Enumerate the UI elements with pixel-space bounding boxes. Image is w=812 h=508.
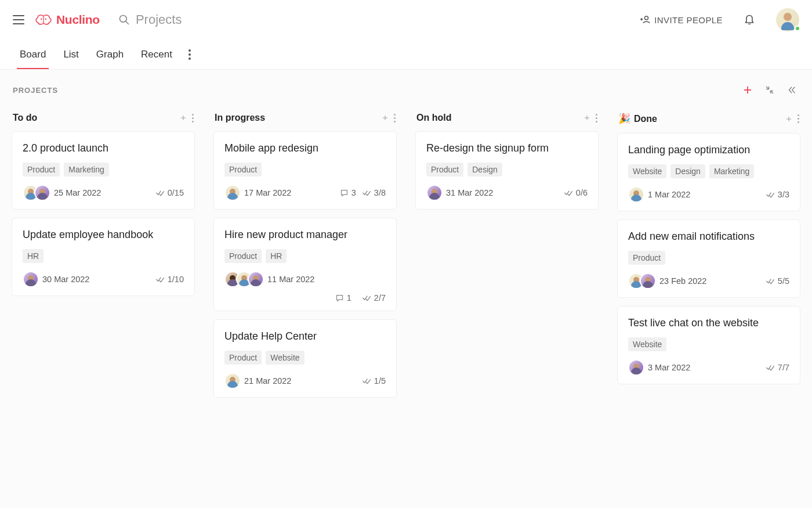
view-tabs: Board List Graph Recent [0, 39, 812, 70]
assignee-avatar [628, 359, 644, 376]
svg-line-3 [125, 21, 128, 24]
invite-label: INVITE PEOPLE [654, 15, 723, 25]
tag: Product [628, 251, 665, 265]
card-tags: Product [628, 251, 789, 265]
card-tags: ProductMarketing [23, 163, 184, 176]
add-card-button[interactable] [179, 114, 187, 122]
tag: Design [467, 163, 502, 176]
search-input[interactable] [136, 12, 263, 27]
comment-count: 3 [340, 188, 356, 197]
due-date: 11 Mar 2022 [267, 275, 314, 284]
assignees [628, 186, 640, 203]
column-menu-icon[interactable] [394, 114, 396, 123]
column-menu-icon[interactable] [596, 114, 597, 123]
card-meta: 30 Mar 20221/10 [23, 271, 184, 287]
assignee-avatar [224, 185, 241, 201]
due-date: 3 Mar 2022 [648, 363, 690, 372]
hide-panel-button[interactable] [784, 82, 799, 98]
card-title: 2.0 product launch [23, 142, 184, 154]
svg-point-4 [645, 16, 648, 20]
due-date: 1 Mar 2022 [648, 190, 690, 199]
card[interactable]: Add new email notificationsProduct23 Feb… [617, 219, 800, 298]
tab-board[interactable]: Board [20, 39, 46, 69]
card-meta: 3 Mar 20227/7 [628, 359, 789, 376]
checklist-icon [155, 275, 165, 283]
card-title: Hire new product manager [224, 229, 386, 241]
card[interactable]: 2.0 product launchProductMarketing25 Mar… [12, 131, 195, 210]
tab-list[interactable]: List [63, 39, 78, 69]
assignee-avatar [224, 373, 241, 389]
board-header: PROJECTS [0, 70, 812, 102]
due-date: 23 Feb 2022 [659, 276, 706, 286]
card-tags: ProductDesign [426, 163, 588, 176]
add-card-button[interactable] [583, 114, 591, 122]
column-title: On hold [416, 113, 451, 123]
card[interactable]: Update employee handbookHR30 Mar 20221/1… [12, 218, 195, 296]
collapse-button[interactable] [762, 82, 777, 98]
tab-graph[interactable]: Graph [96, 39, 124, 69]
column-menu-icon[interactable] [192, 114, 194, 123]
collapse-icon [764, 85, 775, 95]
tag: Product [426, 163, 463, 176]
card[interactable]: Landing page optimizationWebsiteDesignMa… [617, 133, 800, 211]
due-date: 30 Mar 2022 [42, 275, 89, 284]
card-meta: 23 Feb 20225/5 [628, 273, 789, 289]
card-title: Re-design the signup form [426, 142, 588, 154]
tab-more-icon[interactable] [188, 49, 191, 60]
tab-recent[interactable]: Recent [141, 39, 172, 69]
logo[interactable]: Nuclino [35, 13, 100, 27]
invite-people-button[interactable]: INVITE PEOPLE [640, 15, 723, 25]
presence-indicator [795, 26, 800, 31]
card-meta: 25 Mar 20220/15 [23, 185, 184, 201]
card[interactable]: Hire new product managerProductHR11 Mar … [213, 218, 397, 311]
card-title: Update Help Center [224, 330, 386, 343]
card[interactable]: Re-design the signup formProductDesign31… [415, 131, 599, 210]
checklist-progress: 1/5 [362, 376, 386, 385]
card-title: Mobile app redesign [224, 142, 386, 154]
column-header: 🎉Done [611, 108, 806, 133]
assignee-avatar [426, 185, 443, 201]
logo-text: Nuclino [56, 13, 100, 27]
assignees [628, 273, 651, 289]
assignee-avatar [640, 273, 656, 289]
comment-icon [335, 294, 344, 302]
add-card-button[interactable] [785, 115, 793, 123]
notifications-button[interactable] [744, 13, 755, 26]
checklist-icon [766, 363, 775, 372]
column-menu-icon[interactable] [798, 114, 799, 123]
chevron-double-left-icon [786, 85, 797, 95]
menu-icon[interactable] [13, 14, 24, 26]
tag: HR [23, 249, 44, 263]
card-title: Update employee handbook [23, 229, 184, 241]
card-title: Add new email notifications [628, 230, 789, 243]
add-card-button[interactable] [381, 114, 389, 122]
bell-icon [744, 13, 755, 26]
card-title: Test live chat on the website [628, 317, 789, 329]
due-date: 17 Mar 2022 [244, 188, 291, 197]
checklist-progress: 5/5 [766, 276, 789, 286]
card[interactable]: Test live chat on the websiteWebsite3 Ma… [617, 306, 800, 384]
add-column-button[interactable] [740, 82, 755, 98]
card[interactable]: Mobile app redesignProduct17 Mar 202233/… [213, 131, 397, 210]
tag: Marketing [709, 164, 754, 178]
assignee-avatar [628, 186, 644, 203]
card-tags: WebsiteDesignMarketing [628, 164, 789, 178]
due-date: 21 Mar 2022 [244, 376, 291, 385]
svg-point-0 [41, 19, 42, 20]
checklist-progress: 3/8 [362, 188, 386, 197]
card-meta: 21 Mar 20221/5 [224, 373, 386, 389]
search[interactable] [118, 12, 263, 27]
column-emoji: 🎉 [618, 113, 630, 125]
card[interactable]: Update Help CenterProductWebsite21 Mar 2… [213, 319, 397, 398]
tag: Design [670, 164, 705, 178]
checklist-icon [564, 189, 573, 197]
card-tags: HR [23, 249, 184, 263]
due-date: 31 Mar 2022 [446, 188, 493, 197]
assignees [224, 185, 236, 201]
checklist-progress: 1/10 [155, 275, 184, 284]
card-meta: 1 Mar 20223/3 [628, 186, 789, 203]
user-avatar[interactable] [776, 8, 799, 31]
checklist-icon [362, 294, 371, 302]
plus-icon [785, 115, 793, 123]
tag: Product [224, 351, 262, 365]
